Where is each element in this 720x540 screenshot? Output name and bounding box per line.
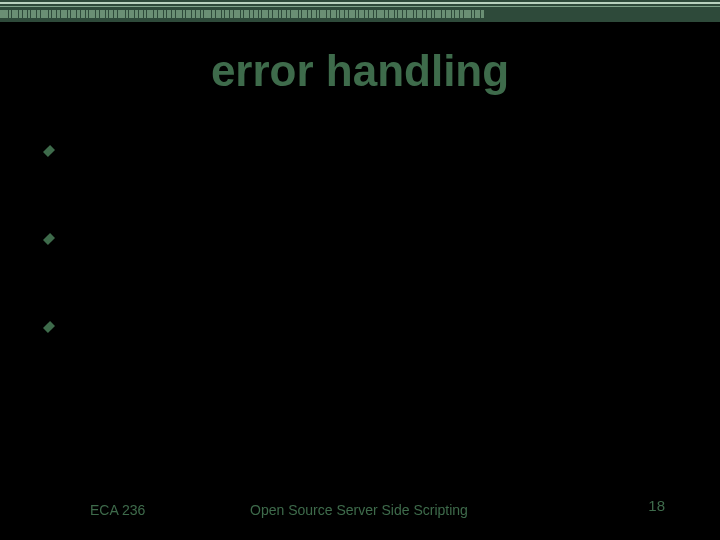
strip-segment: [192, 10, 195, 18]
strip-segment: [407, 10, 413, 18]
strip-segment: [279, 10, 281, 18]
strip-segment: [435, 10, 441, 18]
strip-segment: [349, 10, 355, 18]
strip-segment: [89, 10, 95, 18]
diamond-bullet-icon: [43, 320, 55, 332]
strip-segment: [312, 10, 316, 18]
strip-segment: [129, 10, 134, 18]
strip-segment: [0, 10, 8, 18]
strip-segment: [442, 10, 445, 18]
strip-segment: [41, 10, 48, 18]
strip-segment: [250, 10, 253, 18]
slide-body: ERRORS: fatal run-time errors, such as c…: [44, 140, 684, 430]
strip-segment: [464, 10, 471, 18]
strip-segment: [81, 10, 85, 18]
strip-segment: [135, 10, 138, 18]
strip-segment: [196, 10, 200, 18]
strip-segment: [432, 10, 434, 18]
strip-segment: [109, 10, 113, 18]
strip-segment: [423, 10, 426, 18]
strip-segment: [403, 10, 406, 18]
strip-segment: [308, 10, 311, 18]
strip-segment: [28, 10, 30, 18]
strip-segment: [475, 10, 480, 18]
strip-segment: [345, 10, 348, 18]
bullet-term: NOTICES: [66, 317, 159, 340]
footer-page-number: 18: [648, 497, 665, 514]
strip-segment: [302, 10, 307, 18]
strip-line: [0, 2, 720, 4]
strip-segment: [144, 10, 146, 18]
strip-segment: [19, 10, 22, 18]
strip-pattern: [0, 10, 720, 18]
strip-segment: [118, 10, 125, 18]
strip-segment: [374, 10, 376, 18]
strip-segment: [201, 10, 203, 18]
bullet-term: ERRORS: [66, 141, 156, 164]
strip-segment: [158, 10, 163, 18]
strip-segment: [216, 10, 221, 18]
strip-segment: [320, 10, 326, 18]
strip-segment: [317, 10, 319, 18]
strip-segment: [183, 10, 185, 18]
strip-segment: [446, 10, 451, 18]
bullet-item: ERRORS: fatal run-time errors, such as c…: [44, 140, 684, 194]
strip-segment: [234, 10, 240, 18]
strip-segment: [452, 10, 454, 18]
strip-segment: [167, 10, 171, 18]
strip-segment: [9, 10, 11, 18]
strip-segment: [398, 10, 402, 18]
strip-segment: [385, 10, 388, 18]
strip-segment: [262, 10, 268, 18]
strip-segment: [222, 10, 224, 18]
strip-segment: [176, 10, 182, 18]
strip-segment: [204, 10, 211, 18]
strip-segment: [23, 10, 27, 18]
strip-segment: [365, 10, 368, 18]
diamond-bullet-icon: [43, 233, 55, 245]
strip-segment: [225, 10, 229, 18]
strip-segment: [369, 10, 373, 18]
strip-segment: [212, 10, 215, 18]
strip-segment: [327, 10, 330, 18]
strip-segment: [377, 10, 384, 18]
bullet-item: WARNINGS: non-fatal run-time errors, suc…: [44, 228, 684, 282]
strip-segment: [417, 10, 422, 18]
strip-segment: [147, 10, 153, 18]
strip-segment: [356, 10, 358, 18]
strip-segment: [241, 10, 243, 18]
bullet-item: NOTICES: less serious warnings which may…: [44, 316, 684, 397]
slide: error handling ERRORS: fatal run-time er…: [0, 0, 720, 540]
strip-segment: [49, 10, 51, 18]
strip-segment: [100, 10, 105, 18]
strip-segment: [77, 10, 80, 18]
strip-segment: [254, 10, 258, 18]
strip-segment: [455, 10, 459, 18]
strip-segment: [359, 10, 364, 18]
strip-segment: [114, 10, 117, 18]
strip-segment: [12, 10, 18, 18]
footer-subtitle: Open Source Server Side Scripting: [250, 502, 468, 518]
footer-course: ECA 236: [90, 502, 145, 518]
strip-segment: [230, 10, 233, 18]
strip-segment: [472, 10, 474, 18]
strip-segment: [414, 10, 416, 18]
strip-segment: [126, 10, 128, 18]
strip-segment: [31, 10, 36, 18]
strip-segment: [172, 10, 175, 18]
slide-footer: ECA 236 Open Source Server Side Scriptin…: [0, 494, 720, 518]
strip-segment: [57, 10, 60, 18]
strip-segment: [37, 10, 40, 18]
strip-segment: [61, 10, 67, 18]
strip-segment: [106, 10, 108, 18]
strip-segment: [244, 10, 249, 18]
strip-segment: [389, 10, 394, 18]
strip-segment: [139, 10, 143, 18]
strip-segment: [287, 10, 290, 18]
strip-segment: [52, 10, 56, 18]
strip-segment: [269, 10, 272, 18]
strip-segment: [164, 10, 166, 18]
strip-line: [0, 6, 720, 7]
strip-segment: [340, 10, 344, 18]
strip-segment: [427, 10, 431, 18]
